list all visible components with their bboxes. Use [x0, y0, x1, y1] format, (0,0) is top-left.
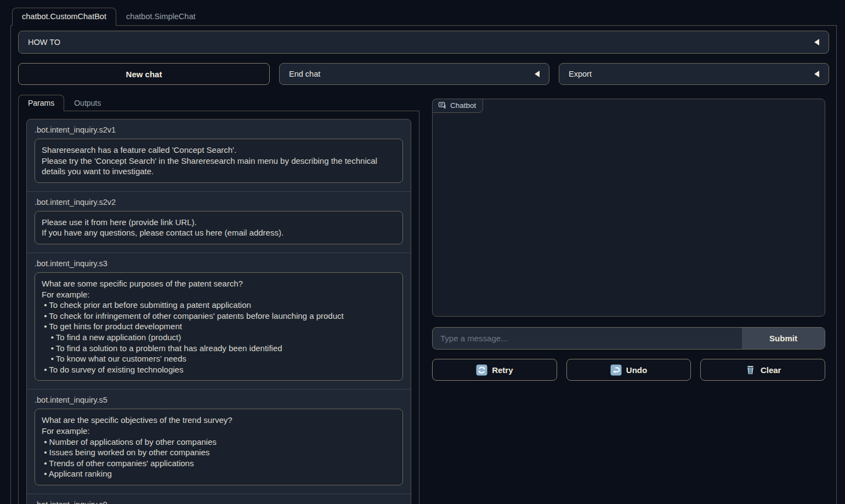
tab-outputs[interactable]: Outputs: [64, 95, 111, 111]
params-column: Params Outputs .bot.intent_inquiry.s2v1 …: [18, 95, 419, 504]
param-field: .bot.intent_inquiry.s5 What are the spec…: [27, 389, 411, 494]
retry-icon: [476, 364, 487, 376]
params-tab-bar: Params Outputs: [18, 95, 419, 111]
param-field-label: .bot.intent_inquiry.s9: [35, 500, 403, 504]
param-textbox[interactable]: What are some specific purposes of the p…: [35, 272, 403, 381]
undo-label: Undo: [626, 365, 647, 375]
tab-content-panel: HOW TO New chat End chat Export Params O…: [10, 25, 837, 504]
chatbot-column: Chatbot Submit Retry: [432, 95, 825, 381]
export-label: Export: [569, 70, 592, 78]
param-textbox[interactable]: Shareresearch has a feature called 'Conc…: [35, 139, 403, 183]
collapse-arrow-icon: [814, 71, 819, 77]
param-field: .bot.intent_inquiry.s3 What are some spe…: [27, 253, 411, 389]
retry-button[interactable]: Retry: [432, 359, 557, 381]
param-textbox[interactable]: What are the specific objectives of the …: [35, 409, 403, 485]
tab-params[interactable]: Params: [18, 95, 64, 111]
end-chat-label: End chat: [289, 70, 320, 78]
message-input-row: Submit: [432, 327, 825, 350]
param-field: .bot.intent_inquiry.s2v1 Shareresearch h…: [27, 119, 411, 191]
undo-button[interactable]: Undo: [566, 359, 691, 381]
chat-actions-row: Retry Undo: [432, 359, 825, 381]
chatbot-label: Chatbot: [432, 99, 483, 113]
chatbot-label-text: Chatbot: [450, 101, 476, 110]
params-form: .bot.intent_inquiry.s2v1 Shareresearch h…: [26, 119, 411, 504]
collapse-arrow-icon: [814, 39, 819, 45]
param-field: .bot.intent_inquiry.s9: [27, 494, 411, 504]
message-input[interactable]: [433, 328, 742, 349]
main-row: Params Outputs .bot.intent_inquiry.s2v1 …: [18, 95, 829, 504]
how-to-label: HOW TO: [28, 38, 60, 47]
submit-button[interactable]: Submit: [742, 328, 825, 349]
new-chat-button[interactable]: New chat: [18, 63, 270, 85]
actions-row: New chat End chat Export: [18, 63, 829, 85]
clear-icon: [745, 364, 756, 376]
params-panel-body: .bot.intent_inquiry.s2v1 Shareresearch h…: [18, 111, 419, 504]
retry-label: Retry: [492, 365, 513, 375]
param-field: .bot.intent_inquiry.s2v2 Please use it f…: [27, 191, 411, 253]
chat-bubble-icon: [438, 101, 446, 110]
param-field-label: .bot.intent_inquiry.s2v1: [35, 125, 403, 134]
clear-button[interactable]: Clear: [700, 359, 825, 381]
param-field-label: .bot.intent_inquiry.s5: [35, 396, 403, 404]
param-field-label: .bot.intent_inquiry.s2v2: [35, 198, 403, 207]
collapse-arrow-icon: [535, 71, 540, 77]
app-tab-bar: chatbot.CustomChatBot chatbot.SimpleChat: [12, 8, 206, 26]
undo-icon: [610, 364, 622, 376]
chatbot-message-area: Chatbot: [432, 99, 825, 317]
how-to-accordion[interactable]: HOW TO: [18, 31, 829, 54]
end-chat-accordion[interactable]: End chat: [279, 63, 549, 85]
tab-simple-chat[interactable]: chatbot.SimpleChat: [116, 8, 206, 26]
export-accordion[interactable]: Export: [559, 63, 829, 85]
param-field-label: .bot.intent_inquiry.s3: [35, 259, 403, 268]
param-textbox[interactable]: Please use it from here (provide link UR…: [35, 211, 403, 244]
tab-custom-chatbot[interactable]: chatbot.CustomChatBot: [12, 8, 116, 26]
clear-label: Clear: [761, 365, 781, 375]
